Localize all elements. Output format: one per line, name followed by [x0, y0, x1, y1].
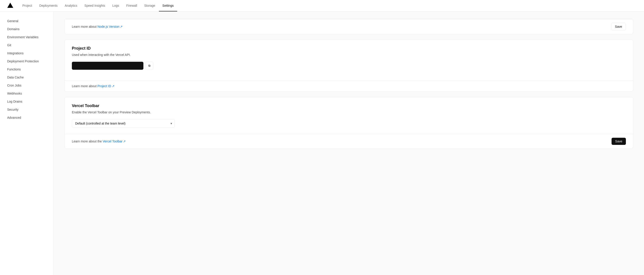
project-id-row: ⧉: [72, 62, 626, 70]
nav-tab-deployments[interactable]: Deployments: [36, 0, 61, 11]
vercel-toolbar-title: Vercel Toolbar: [72, 103, 626, 108]
main-content: Learn more about Node.js Version ↗ Save …: [54, 12, 644, 275]
toolbar-dropdown-wrapper: Default (controlled at the team level)Al…: [72, 119, 175, 128]
project-id-link[interactable]: Project ID ↗: [97, 84, 114, 88]
nav-tab-logs[interactable]: Logs: [109, 0, 122, 11]
sidebar-item-data-cache[interactable]: Data Cache: [0, 73, 54, 81]
sidebar: General Domains Environment Variables Gi…: [0, 12, 54, 275]
copy-icon: ⧉: [148, 64, 150, 67]
sidebar-item-domains[interactable]: Domains: [0, 25, 54, 33]
vercel-toolbar-card: Vercel Toolbar Enable the Vercel Toolbar…: [64, 97, 633, 149]
nav-tab-analytics[interactable]: Analytics: [61, 0, 81, 11]
sidebar-item-functions[interactable]: Functions: [0, 65, 54, 73]
project-id-description: Used when interacting with the Vercel AP…: [72, 52, 626, 57]
sidebar-item-integrations[interactable]: Integrations: [0, 49, 54, 57]
nodejs-card: Learn more about Node.js Version ↗ Save: [64, 19, 633, 34]
nav-tab-speed-insights[interactable]: Speed Insights: [81, 0, 109, 11]
nav-tab-project[interactable]: Project: [19, 0, 36, 11]
toolbar-dropdown[interactable]: Default (controlled at the team level)Al…: [72, 119, 175, 128]
sidebar-item-env-vars[interactable]: Environment Variables: [0, 33, 54, 41]
nav-tab-settings[interactable]: Settings: [159, 0, 178, 11]
project-id-card-footer: Learn more about Project ID ↗: [65, 80, 633, 91]
vercel-toolbar-card-body: Vercel Toolbar Enable the Vercel Toolbar…: [65, 97, 633, 134]
nodejs-card-footer: Learn more about Node.js Version ↗ Save: [65, 19, 633, 34]
nav-tab-firewall[interactable]: Firewall: [122, 0, 140, 11]
sidebar-item-general[interactable]: General: [0, 17, 54, 25]
external-link-icon-3: ↗: [123, 140, 126, 143]
project-id-footer-text: Learn more about Project ID ↗: [72, 84, 114, 88]
vercel-toolbar-footer-text: Learn more about the Vercel Toolbar ↗: [72, 140, 126, 143]
nodejs-save-button[interactable]: Save: [611, 23, 626, 30]
sidebar-item-security[interactable]: Security: [0, 105, 54, 114]
nodejs-version-link[interactable]: Node.js Version ↗: [97, 25, 122, 28]
layout: General Domains Environment Variables Gi…: [0, 12, 644, 275]
vercel-toolbar-description: Enable the Vercel Toolbar on your Previe…: [72, 110, 626, 115]
project-id-input[interactable]: [72, 62, 144, 70]
nav-tabs: Project Deployments Analytics Speed Insi…: [19, 0, 177, 11]
vercel-toolbar-save-button[interactable]: Save: [612, 138, 626, 145]
sidebar-item-webhooks[interactable]: Webhooks: [0, 89, 54, 97]
project-id-title: Project ID: [72, 46, 626, 51]
vercel-logo[interactable]: [7, 3, 14, 9]
project-id-card: Project ID Used when interacting with th…: [64, 39, 633, 92]
external-link-icon: ↗: [120, 25, 122, 28]
project-id-card-body: Project ID Used when interacting with th…: [65, 40, 633, 80]
copy-project-id-button[interactable]: ⧉: [145, 62, 153, 70]
external-link-icon-2: ↗: [112, 84, 114, 88]
nodejs-footer-text: Learn more about Node.js Version ↗: [72, 25, 122, 28]
sidebar-item-log-drains[interactable]: Log Drains: [0, 97, 54, 105]
top-nav: Project Deployments Analytics Speed Insi…: [0, 0, 644, 12]
sidebar-item-advanced[interactable]: Advanced: [0, 114, 54, 122]
sidebar-item-deployment-protection[interactable]: Deployment Protection: [0, 57, 54, 65]
sidebar-item-cron-jobs[interactable]: Cron Jobs: [0, 81, 54, 89]
vercel-toolbar-link[interactable]: Vercel Toolbar ↗: [103, 140, 126, 143]
vercel-toolbar-card-footer: Learn more about the Vercel Toolbar ↗ Sa…: [65, 134, 633, 148]
nav-tab-storage[interactable]: Storage: [141, 0, 159, 11]
sidebar-item-git[interactable]: Git: [0, 41, 54, 49]
